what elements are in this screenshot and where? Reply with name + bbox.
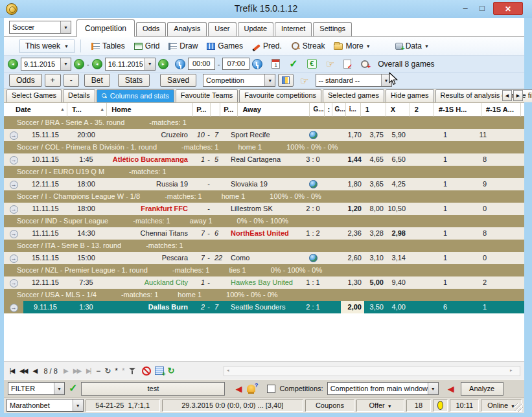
period-selector[interactable]: This week ▼	[19, 39, 75, 53]
col-home[interactable]: Home	[109, 103, 193, 117]
tab-analysis[interactable]: Analysis	[167, 22, 207, 36]
data-button[interactable]: Data ▼	[391, 39, 434, 53]
games-button[interactable]: Games	[202, 39, 248, 53]
chevron-down-icon[interactable]: ▼	[60, 21, 71, 33]
tab-scroll-left-icon[interactable]: ◀	[502, 90, 512, 101]
minus-button[interactable]: -	[64, 74, 79, 87]
open-game-icon[interactable]: →	[10, 304, 18, 312]
bell-help-icon[interactable]	[247, 385, 255, 392]
saved-button[interactable]: Saved	[160, 74, 196, 87]
game-row[interactable]: →15.11.1520:00Cruzeiro10-7Sport Recife1,…	[4, 129, 524, 141]
apply-check-icon[interactable]: ✓	[289, 59, 297, 69]
col-time[interactable]: T...▲	[69, 103, 107, 117]
game-row[interactable]: →11.11.1514:30Chennai Titans7-6NorthEast…	[4, 227, 524, 240]
next-date-from-icon[interactable]: ▸	[74, 59, 84, 69]
preset-select[interactable]: -- standard -- ▼	[316, 74, 392, 87]
tab-hide-games[interactable]: Hide games	[386, 89, 434, 102]
competitions-checkbox[interactable]	[267, 385, 275, 393]
stats-button[interactable]: Stats	[118, 74, 150, 87]
more-button[interactable]: More ▼	[329, 39, 375, 53]
open-game-icon[interactable]: →	[10, 279, 18, 287]
tab-user[interactable]: User	[208, 22, 236, 36]
offer-dropdown[interactable]: Offer▼	[356, 400, 404, 412]
col-date[interactable]: Date▲	[4, 103, 67, 117]
chevron-down-icon[interactable]: ▼	[264, 74, 275, 86]
tab-favourite-competitions[interactable]: Favourite competitions	[239, 89, 321, 102]
game-row[interactable]: →10.11.151:45Atlético Bucaramanga1-5Real…	[4, 153, 524, 166]
col-odds-x[interactable]: X	[388, 103, 410, 117]
game-row[interactable]: →12.11.1518:00Russia 19-Slovakia 191,803…	[4, 178, 524, 190]
hand-icon[interactable]: ☞	[326, 59, 334, 69]
filter-ok-icon[interactable]: ✓	[69, 383, 77, 394]
col-odds-1[interactable]: 1	[363, 103, 386, 117]
game-row[interactable]: →12.11.157:35Auckland City1-Hawkes Bay U…	[4, 276, 524, 289]
tab-odds[interactable]: Odds	[136, 22, 166, 36]
tables-button[interactable]: Tables	[87, 39, 130, 53]
time-from-clock-icon[interactable]	[175, 59, 185, 69]
open-game-icon[interactable]: →	[10, 254, 18, 263]
title-bar[interactable]: Trefík 15.0.1.12 – □ ✕	[0, 0, 532, 18]
prev-date-to-icon[interactable]: ◂	[92, 59, 102, 69]
nav-bookmark-goto-button[interactable]: *	[122, 366, 125, 376]
game-row[interactable]: →15.11.1515:00Pescara7-22Como2,603,103,1…	[4, 252, 524, 264]
analyze-button[interactable]: Analyze	[461, 382, 503, 396]
nav-next-button[interactable]: ▶	[63, 367, 69, 374]
tab-update[interactable]: Update	[238, 22, 273, 36]
time-to-clock-icon[interactable]	[252, 59, 262, 69]
col-odds-2[interactable]: 2	[412, 103, 434, 117]
next-date-to-icon[interactable]: ▸	[158, 59, 168, 69]
pointing-hand-icon[interactable]: ☞	[300, 76, 308, 85]
chevron-down-icon[interactable]: ▼	[54, 383, 64, 394]
nav-fast-next-button[interactable]: ▶▶	[73, 367, 82, 374]
col-h1s-home[interactable]: #-1S H...	[436, 103, 481, 117]
nav-refresh-button[interactable]: ↻	[104, 366, 111, 376]
game-row[interactable]: →11.11.1518:00Frankfurt FFC-Lillestrom S…	[4, 203, 524, 215]
col-away-position[interactable]: P...	[222, 103, 238, 117]
maximize-button[interactable]: □	[475, 2, 489, 15]
draw-button[interactable]: Draw	[164, 39, 202, 53]
col-goals-home[interactable]: G...	[312, 103, 325, 117]
chevron-down-icon[interactable]: ▼	[428, 383, 438, 394]
coupons-panel[interactable]: Coupons	[305, 400, 354, 412]
table-zoom-button[interactable]	[155, 366, 164, 375]
filter-select[interactable]: FILTER ▼	[8, 382, 65, 395]
time-from-input[interactable]: 00:00	[188, 58, 215, 70]
filter-funnel-icon[interactable]	[129, 367, 135, 374]
open-game-icon[interactable]: →	[10, 230, 18, 238]
competitions-select[interactable]: Competition from main window ▼	[327, 382, 439, 395]
resize-grip[interactable]	[515, 403, 523, 412]
tab-internet[interactable]: Internet	[275, 22, 312, 36]
col-home-position[interactable]: P...	[195, 103, 211, 117]
test-filter-button[interactable]: test	[81, 382, 225, 396]
grid-button[interactable]: Grid	[130, 39, 165, 53]
nav-last-button[interactable]: ▶|	[86, 367, 92, 374]
nav-first-button[interactable]: |◀	[9, 367, 16, 374]
calendar-icon[interactable]	[272, 59, 280, 69]
game-row[interactable]: →9.11.151:30Dallas Burn2-7Seattle Sounde…	[4, 301, 524, 313]
group-row[interactable]: Soccer / COL - Primera B División - 1. r…	[4, 141, 524, 153]
col-h1s-away[interactable]: #-1S A...	[483, 103, 521, 117]
col-away[interactable]: Away	[240, 103, 310, 117]
scroll-right-icon[interactable]: ▸	[510, 368, 517, 373]
nav-prev-button[interactable]: ◀	[32, 367, 38, 374]
chevron-down-icon[interactable]: ▼	[73, 400, 83, 411]
col-colon[interactable]: :	[327, 103, 332, 117]
scroll-left-icon[interactable]: ◂	[227, 368, 234, 373]
pred-button[interactable]: Pred.	[248, 39, 286, 53]
nav-fast-prev-button[interactable]: ◀◀	[19, 367, 28, 374]
nav-delete-button[interactable]: −	[96, 366, 100, 376]
column-chooser-button[interactable]	[278, 74, 294, 87]
chevron-down-icon[interactable]: ▼	[60, 58, 71, 70]
minimize-button[interactable]: –	[458, 2, 472, 15]
red-arrow-left-icon[interactable]: ◀	[235, 385, 242, 393]
plus-button[interactable]: +	[45, 74, 61, 87]
col-dash[interactable]	[213, 103, 220, 117]
group-row[interactable]: Soccer / I - EURO U19 Q M-matches: 1	[4, 166, 524, 178]
open-game-icon[interactable]: →	[10, 156, 18, 164]
col-info[interactable]: i...	[348, 103, 361, 117]
view-mode-select[interactable]: Competition ▼	[203, 74, 275, 87]
bet-button[interactable]: Bet	[84, 74, 110, 87]
tab-scroll-right-icon[interactable]: ▶	[513, 90, 523, 101]
open-game-icon[interactable]: →	[10, 205, 18, 214]
red-arrow-left-icon[interactable]: ◀	[448, 385, 454, 393]
